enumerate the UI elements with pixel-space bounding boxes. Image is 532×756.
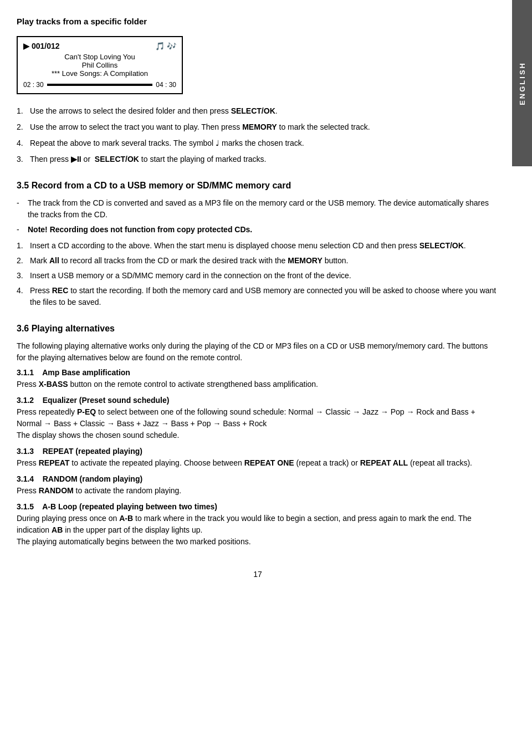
subsection-314-body: Press RANDOM to activate the random play… <box>17 485 499 497</box>
instruction-num-2: 2. <box>17 121 30 133</box>
page-number: 17 <box>17 570 499 579</box>
instruction-num-4: 4. <box>17 137 30 149</box>
step-num-4: 4. <box>17 285 30 297</box>
bullet-text-1: The track from the CD is converted and s… <box>28 197 499 221</box>
display-song-title: Can't Stop Loving You <box>23 53 176 61</box>
step-35-3: 3. Insert a USB memory or a SD/MMC memor… <box>17 270 499 282</box>
step-num-3: 3. <box>17 270 30 282</box>
subsection-315-title: 3.1.5 A-B Loop (repeated playing between… <box>17 502 499 511</box>
section-36-heading: 3.6 Playing alternatives <box>17 324 499 334</box>
instruction-item-4: 4. Repeat the above to mark several trac… <box>17 137 499 149</box>
step-num-2: 2. <box>17 255 30 267</box>
page-title: Play tracks from a specific folder <box>17 17 499 26</box>
step-text-3: Insert a USB memory or a SD/MMC memory c… <box>30 270 499 282</box>
step-35-2: 2. Mark All to record all tracks from th… <box>17 255 499 267</box>
instruction-text-4: Repeat the above to mark several tracks.… <box>30 137 499 149</box>
subsection-311-title: 3.1.1 Amp Base amplification <box>17 368 499 377</box>
subsection-314-title: 3.1.4 RANDOM (random playing) <box>17 474 499 483</box>
instruction-num-1: 1. <box>17 105 30 117</box>
subsection-312: 3.1.2 Equalizer (Preset sound schedule) … <box>17 396 499 441</box>
subsection-315: 3.1.5 A-B Loop (repeated playing between… <box>17 502 499 548</box>
display-artist: Phil Collins <box>23 61 176 69</box>
display-progress-row: 02 : 30 04 : 30 <box>23 81 176 89</box>
subsection-315-body: During playing press once on A-B to mark… <box>17 513 499 548</box>
display-top-row: ▶ 001/012 🎵 🎶 <box>23 42 176 50</box>
display-progress-bar <box>47 84 153 86</box>
dash-2: - <box>17 224 28 236</box>
subsection-311-body: Press X-BASS button on the remote contro… <box>17 379 499 390</box>
instruction-item-3: 3. Then press ▶II or SELECT/OK to start … <box>17 154 499 165</box>
bullet-text-2: Note! Recording does not function from c… <box>28 224 499 236</box>
display-time-left: 02 : 30 <box>23 81 44 89</box>
step-num-1: 1. <box>17 240 30 252</box>
sidebar-english-label: ENGLISH <box>512 0 532 166</box>
step-text-2: Mark All to record all tracks from the C… <box>30 255 499 267</box>
section-35-bullet-1: - The track from the CD is converted and… <box>17 197 499 221</box>
subsection-312-title: 3.1.2 Equalizer (Preset sound schedule) <box>17 396 499 405</box>
section-35-bullets: - The track from the CD is converted and… <box>17 197 499 236</box>
display-time-right: 04 : 30 <box>156 81 176 89</box>
instruction-item-2: 2. Use the arrow to select the tract you… <box>17 121 499 133</box>
display-box: ▶ 001/012 🎵 🎶 Can't Stop Loving You Phil… <box>17 36 183 94</box>
display-icons: 🎵 🎶 <box>155 42 176 50</box>
instruction-text-2: Use the arrow to select the tract you wa… <box>30 121 499 133</box>
step-text-4: Press REC to start the recording. If bot… <box>30 285 499 308</box>
step-35-4: 4. Press REC to start the recording. If … <box>17 285 499 308</box>
display-progress-fill <box>47 84 105 86</box>
step-35-1: 1. Insert a CD according to the above. W… <box>17 240 499 252</box>
instruction-item-1: 1. Use the arrows to select the desired … <box>17 105 499 117</box>
instructions-list: 1. Use the arrows to select the desired … <box>17 105 499 165</box>
subsection-312-body: Press repeatedly P-EQ to select between … <box>17 406 499 441</box>
instruction-text-3: Then press ▶II or SELECT/OK to start the… <box>30 154 499 165</box>
section-35-bullet-2: - Note! Recording does not function from… <box>17 224 499 236</box>
instruction-num-3: 3. <box>17 154 30 165</box>
display-track-num: ▶ 001/012 <box>23 42 60 50</box>
subsection-311: 3.1.1 Amp Base amplification Press X-BAS… <box>17 368 499 390</box>
subsection-313: 3.1.3 REPEAT (repeated playing) Press RE… <box>17 447 499 469</box>
dash-1: - <box>17 197 28 209</box>
section-35-heading: 3.5 Record from a CD to a USB memory or … <box>17 181 499 191</box>
subsection-313-title: 3.1.3 REPEAT (repeated playing) <box>17 447 499 456</box>
subsection-314: 3.1.4 RANDOM (random playing) Press RAND… <box>17 474 499 497</box>
section-36-intro: The following playing alternative works … <box>17 340 499 364</box>
display-album: *** Love Songs: A Compilation <box>23 69 176 78</box>
step-text-1: Insert a CD according to the above. When… <box>30 240 499 252</box>
instruction-text-1: Use the arrows to select the desired fol… <box>30 105 499 117</box>
subsection-313-body: Press REPEAT to activate the repeated pl… <box>17 457 499 469</box>
section-35-steps: 1. Insert a CD according to the above. W… <box>17 240 499 308</box>
